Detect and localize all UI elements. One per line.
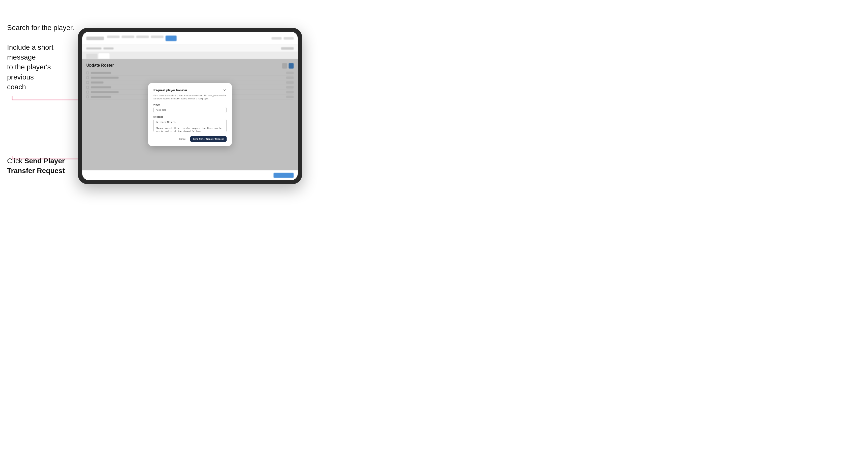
- tab-2-active: [98, 53, 110, 59]
- topbar-right-1: [272, 37, 282, 40]
- tab-1: [86, 54, 97, 59]
- nav-item-4: [151, 36, 163, 38]
- modal-actions: Cancel Send Player Transfer Request: [153, 136, 226, 142]
- subnav-right: [281, 47, 294, 50]
- annotation-click-bold: Send PlayerTransfer Request: [7, 157, 65, 175]
- nav-item-active: [165, 36, 177, 41]
- cancel-button[interactable]: Cancel: [177, 137, 188, 141]
- screen-bottom: [82, 170, 298, 180]
- message-label: Message: [153, 116, 226, 118]
- modal-description: If the player is transferring from anoth…: [153, 94, 226, 100]
- topbar: [82, 32, 298, 45]
- annotation-click-text: Click Send PlayerTransfer Request: [7, 156, 68, 176]
- topbar-nav: [107, 36, 269, 41]
- message-textarea[interactable]: Hi Coach McHarg, Please accept this tran…: [153, 119, 226, 132]
- subnav-item-2: [103, 48, 114, 50]
- player-label: Player: [153, 103, 226, 106]
- annotation-message-text: Include a short messageto the player's p…: [7, 42, 73, 92]
- tabbar: [82, 52, 298, 59]
- player-input[interactable]: [153, 107, 226, 113]
- subnav-item-1: [86, 48, 101, 50]
- annotation-search-text: Search for the player.: [7, 23, 74, 33]
- modal-header: Request player transfer ✕: [153, 88, 226, 92]
- subnav: [82, 45, 298, 52]
- topbar-right-2: [284, 37, 294, 40]
- nav-item-2: [122, 36, 134, 38]
- tablet-screen: Update Roster: [82, 32, 298, 180]
- nav-item-1: [107, 36, 120, 38]
- screen-content: Update Roster: [82, 59, 298, 170]
- modal-overlay: Request player transfer ✕ If the player …: [82, 59, 298, 170]
- topbar-logo: [86, 37, 104, 40]
- nav-item-3: [136, 36, 149, 38]
- send-player-transfer-request-button[interactable]: Send Player Transfer Request: [190, 136, 226, 142]
- tablet-device: Update Roster: [78, 28, 302, 184]
- modal-close-button[interactable]: ✕: [222, 88, 226, 92]
- modal-title: Request player transfer: [153, 89, 187, 92]
- topbar-right: [272, 37, 294, 40]
- bottom-save-btn: [274, 173, 294, 178]
- request-player-transfer-modal: Request player transfer ✕ If the player …: [148, 83, 231, 146]
